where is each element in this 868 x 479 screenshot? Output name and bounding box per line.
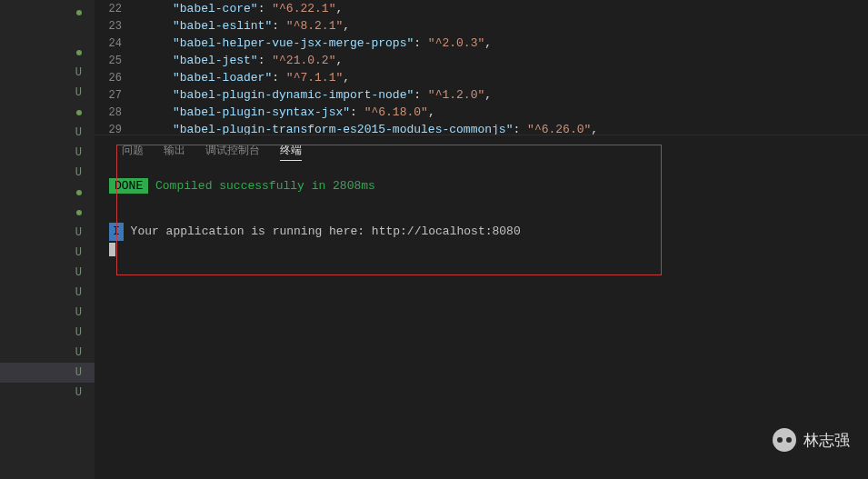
modified-dot-icon xyxy=(76,10,82,15)
code-line[interactable]: 22"babel-core": "^6.22.1", xyxy=(95,0,868,17)
watermark-name: 林志强 xyxy=(803,430,850,451)
code-line[interactable]: 24"babel-helper-vue-jsx-merge-props": "^… xyxy=(95,35,868,52)
server-url-text: Your application is running here: http:/… xyxy=(124,225,521,238)
sidebar-status-row[interactable]: U xyxy=(0,303,95,323)
line-number: 23 xyxy=(95,20,138,33)
tab-problems[interactable]: 问题 xyxy=(122,143,144,161)
sidebar-status-row[interactable] xyxy=(0,43,95,63)
modified-dot-icon xyxy=(76,210,82,215)
code-content: "babel-jest": "^21.0.2", xyxy=(173,54,343,67)
sidebar-status-row[interactable] xyxy=(0,203,95,223)
code-line[interactable]: 23"babel-eslint": "^8.2.1", xyxy=(95,17,868,35)
info-badge: I xyxy=(109,223,124,241)
compile-status-text: Compiled successfully in 2808ms xyxy=(148,179,375,193)
code-content: "babel-plugin-syntax-jsx": "^6.18.0", xyxy=(173,105,435,119)
line-number: 24 xyxy=(95,37,138,50)
terminal-cursor xyxy=(109,243,115,256)
sidebar-status-row[interactable] xyxy=(0,3,95,23)
tab-terminal[interactable]: 终端 xyxy=(280,143,302,161)
bottom-panel: 问题 输出 调试控制台 终端 DONE Compiled successfull… xyxy=(95,135,868,479)
sidebar-status-row[interactable]: U xyxy=(0,283,95,303)
code-line[interactable]: 26"babel-loader": "^7.1.1", xyxy=(95,69,868,86)
modified-dot-icon xyxy=(76,50,82,55)
sidebar-status-row[interactable]: U xyxy=(0,83,95,103)
code-content: "babel-core": "^6.22.1", xyxy=(173,2,343,15)
code-line[interactable]: 27"babel-plugin-dynamic-import-node": "^… xyxy=(95,86,868,104)
sidebar-status-row[interactable]: U xyxy=(0,123,95,143)
main-panel: 22"babel-core": "^6.22.1",23"babel-eslin… xyxy=(95,0,868,479)
watermark: 林志强 xyxy=(773,428,850,452)
tab-output[interactable]: 输出 xyxy=(164,143,185,161)
tab-debug-console[interactable]: 调试控制台 xyxy=(205,143,260,161)
code-line[interactable]: 25"babel-jest": "^21.0.2", xyxy=(95,52,868,69)
sidebar-status-row[interactable]: U xyxy=(0,323,95,343)
sidebar-status-row[interactable]: U xyxy=(0,63,95,83)
terminal-output[interactable]: DONE Compiled successfully in 2808ms I Y… xyxy=(95,168,868,259)
code-content: "babel-loader": "^7.1.1", xyxy=(173,71,350,85)
code-content: "babel-plugin-dynamic-import-node": "^1.… xyxy=(173,88,492,102)
sidebar-status-row[interactable]: U xyxy=(0,263,95,283)
line-number: 26 xyxy=(95,72,138,85)
code-content: "babel-eslint": "^8.2.1", xyxy=(173,19,350,33)
line-number: 27 xyxy=(95,89,138,102)
sidebar-status-row[interactable] xyxy=(0,23,95,43)
modified-dot-icon xyxy=(76,190,82,195)
line-number: 22 xyxy=(95,3,138,15)
sidebar-status-row[interactable]: U xyxy=(0,163,95,183)
sidebar-status-row[interactable]: U xyxy=(0,363,95,383)
done-badge: DONE xyxy=(109,178,148,194)
code-content: "babel-plugin-transform-es2015-modules-c… xyxy=(173,123,598,135)
code-editor[interactable]: 22"babel-core": "^6.22.1",23"babel-eslin… xyxy=(95,0,868,135)
sidebar-status-row[interactable] xyxy=(0,103,95,123)
code-content: "babel-helper-vue-jsx-merge-props": "^2.… xyxy=(173,36,492,50)
sidebar-status-row[interactable]: U xyxy=(0,223,95,243)
wechat-icon xyxy=(773,428,796,452)
line-number: 28 xyxy=(95,106,138,119)
sidebar-status-row[interactable] xyxy=(0,183,95,203)
sidebar-status-row[interactable]: U xyxy=(0,143,95,163)
code-line[interactable]: 28"babel-plugin-syntax-jsx": "^6.18.0", xyxy=(95,104,868,121)
sidebar-status-row[interactable]: U xyxy=(0,383,95,403)
panel-tabs: 问题 输出 调试控制台 终端 xyxy=(95,135,868,168)
modified-dot-icon xyxy=(76,110,82,115)
root-layout: UUUUUUUUUUUUUU 22"babel-core": "^6.22.1"… xyxy=(0,0,868,479)
code-line[interactable]: 29"babel-plugin-transform-es2015-modules… xyxy=(95,121,868,135)
sidebar-status-row[interactable]: U xyxy=(0,343,95,363)
line-number: 29 xyxy=(95,124,138,135)
line-number: 25 xyxy=(95,55,138,67)
sidebar-status-row[interactable]: U xyxy=(0,243,95,263)
git-gutter-sidebar: UUUUUUUUUUUUUU xyxy=(0,0,95,479)
